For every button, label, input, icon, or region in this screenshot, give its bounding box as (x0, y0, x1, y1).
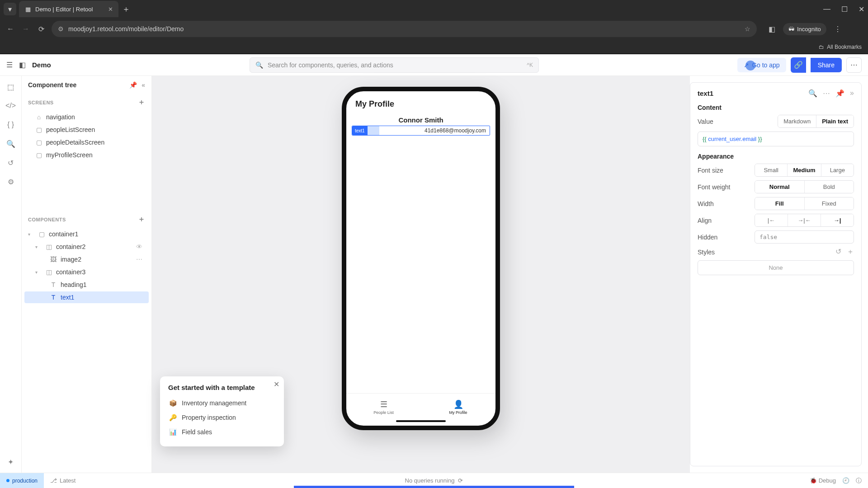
search-placeholder: Search for components, queries, and acti… (268, 61, 393, 69)
incognito-icon: 🕶 (788, 26, 794, 33)
inspector-search-icon[interactable]: 🔍 (808, 89, 817, 98)
component-item-container1[interactable]: ▾ ▢ container1 (24, 228, 149, 240)
rail-state-icon[interactable]: { } (6, 120, 15, 129)
debug-button[interactable]: 🐞 Debug (810, 477, 836, 484)
rail-history-icon[interactable]: ↺ (6, 158, 15, 167)
fontweight-bold[interactable]: Bold (805, 181, 854, 193)
fontweight-normal[interactable]: Normal (755, 181, 805, 193)
fontsize-medium[interactable]: Medium (788, 164, 821, 176)
branch-icon: ⎇ (50, 477, 57, 484)
row-more-icon[interactable]: ⋯ (136, 256, 142, 263)
nav-forward-icon[interactable]: → (21, 25, 31, 33)
inspector-expand-icon[interactable]: » (850, 89, 854, 98)
code-value: current_user.email (708, 136, 756, 142)
add-component-icon[interactable]: ＋ (138, 215, 146, 224)
value-type-markdown[interactable]: Markdown (778, 115, 816, 127)
fontsize-row: Font size Small Medium Large (698, 164, 854, 177)
command-search[interactable]: 🔍 Search for components, queries, and ac… (250, 57, 539, 73)
hidden-input[interactable]: false (755, 230, 854, 244)
nav-reload-icon[interactable]: ⟳ (36, 25, 46, 33)
version-latest[interactable]: ⎇ Latest (50, 477, 75, 484)
side-panel-icon[interactable]: ◧ (767, 25, 777, 33)
info-icon[interactable]: ⓘ (856, 477, 862, 485)
fontsize-small[interactable]: Small (755, 164, 788, 176)
phone-tab-people-list[interactable]: ☰ People List (346, 394, 421, 420)
caret-icon[interactable]: ▾ (35, 244, 42, 249)
screen-item-people-details[interactable]: ▢ peopleDetailsScreen (24, 136, 149, 148)
template-label: Field sales (182, 428, 212, 436)
align-center-icon[interactable]: →|← (788, 214, 821, 226)
component-item-text1[interactable]: T text1 (24, 291, 149, 303)
section-content: Content Value Markdown Plain text {{ cur… (698, 104, 854, 146)
sidebar-header: Component tree 📌 « (22, 76, 151, 94)
window-minimize-icon[interactable]: — (823, 5, 830, 14)
caret-icon[interactable]: ▾ (35, 270, 42, 275)
hidden-eye-icon[interactable]: 👁 (136, 243, 142, 250)
text1-selection[interactable]: text1 41d1e868@moodjoy.com (352, 126, 490, 136)
canvas[interactable]: My Profile Connor Smith text1 41d1e868@m… (152, 76, 690, 473)
env-badge[interactable]: production (0, 473, 44, 488)
caret-icon[interactable]: ▾ (28, 232, 34, 237)
new-tab-button[interactable]: ＋ (122, 4, 130, 14)
template-option-property[interactable]: 🔑 Property inspection (168, 410, 276, 425)
nav-back-icon[interactable]: ← (5, 25, 15, 33)
browser-tab[interactable]: ▦ Demo | Editor | Retool ✕ (19, 1, 118, 17)
value-code-input[interactable]: {{ current_user.email }} (698, 131, 854, 146)
fontsize-large[interactable]: Large (821, 164, 854, 176)
refresh-icon[interactable]: ⟳ (458, 477, 463, 484)
value-row: Value Markdown Plain text (698, 115, 854, 128)
rail-ai-icon[interactable]: ✦ (6, 457, 15, 466)
rail-settings-icon[interactable]: ⚙ (6, 177, 15, 186)
address-bar[interactable]: ⚙ moodjoy1.retool.com/mobile/editor/Demo… (52, 21, 757, 37)
bookmark-star-icon[interactable]: ☆ (745, 25, 750, 33)
share-button[interactable]: Share (811, 58, 842, 72)
template-option-inventory[interactable]: 📦 Inventory management (168, 396, 276, 410)
align-left-icon[interactable]: |← (755, 214, 788, 226)
window-maximize-icon[interactable]: ☐ (841, 5, 848, 14)
incognito-badge[interactable]: 🕶 Incognito (783, 23, 826, 35)
screen-item-people-list[interactable]: ▢ peopleListScreen (24, 124, 149, 136)
header-more-icon[interactable]: ⋯ (846, 57, 862, 73)
screen-item-navigation[interactable]: ⌂ navigation (24, 111, 149, 123)
tab-search-dropdown[interactable]: ▾ (4, 3, 16, 15)
styles-add-icon[interactable]: ＋ (847, 247, 854, 257)
component-item-heading1[interactable]: T heading1 (24, 279, 149, 291)
pin-icon[interactable]: 📌 (129, 81, 137, 89)
styles-none[interactable]: None (698, 260, 854, 275)
share-link-icon[interactable]: 🔗 (791, 57, 806, 73)
component-item-container3[interactable]: ▾ ◫ container3 (24, 266, 149, 278)
fontsize-label: Font size (698, 167, 747, 174)
window-close-icon[interactable]: ✕ (859, 5, 864, 14)
panel-toggle-icon[interactable]: ◧ (19, 61, 26, 69)
value-type-plaintext[interactable]: Plain text (816, 115, 854, 127)
screen-item-my-profile[interactable]: ▢ myProfileScreen (24, 149, 149, 161)
align-right-icon[interactable]: →| (821, 214, 854, 226)
component-item-container2[interactable]: ▾ ◫ container2 👁 (24, 241, 149, 253)
inspector-more-icon[interactable]: ⋯ (823, 89, 830, 98)
go-to-app-button[interactable]: ↗ Go to app (737, 58, 786, 72)
inspector-unpin-icon[interactable]: 📌 (835, 89, 844, 98)
rail-search-icon[interactable]: 🔍 (6, 139, 15, 148)
text-icon: T (50, 281, 57, 288)
site-info-icon[interactable]: ⚙ (58, 25, 64, 33)
tab-close-icon[interactable]: ✕ (108, 6, 113, 13)
phone-tab-my-profile[interactable]: 👤 My Profile (421, 394, 495, 420)
component-label: container1 (49, 230, 78, 238)
browser-menu-icon[interactable]: ⋮ (833, 25, 843, 33)
browser-toolbar: ← → ⟳ ⚙ moodjoy1.retool.com/mobile/edito… (0, 18, 868, 40)
template-option-sales[interactable]: 📊 Field sales (168, 425, 276, 439)
rail-layers-icon[interactable]: ⬚ (6, 82, 15, 91)
styles-reset-icon[interactable]: ↺ (835, 247, 841, 257)
component-item-image2[interactable]: 🖼 image2 ⋯ (24, 253, 149, 265)
width-fill[interactable]: Fill (755, 197, 805, 210)
all-bookmarks-button[interactable]: 🗀 All Bookmarks (819, 44, 862, 50)
add-screen-icon[interactable]: ＋ (138, 98, 146, 107)
rail-code-icon[interactable]: </> (6, 101, 15, 110)
clock-icon[interactable]: 🕘 (842, 477, 849, 484)
width-label: Width (698, 200, 747, 207)
width-fixed[interactable]: Fixed (805, 197, 854, 210)
menu-icon[interactable]: ☰ (6, 61, 13, 69)
collapse-sidebar-icon[interactable]: « (142, 81, 145, 89)
inspector-header: text1 🔍 ⋯ 📌 » (698, 89, 854, 98)
popup-close-icon[interactable]: ✕ (274, 380, 279, 389)
